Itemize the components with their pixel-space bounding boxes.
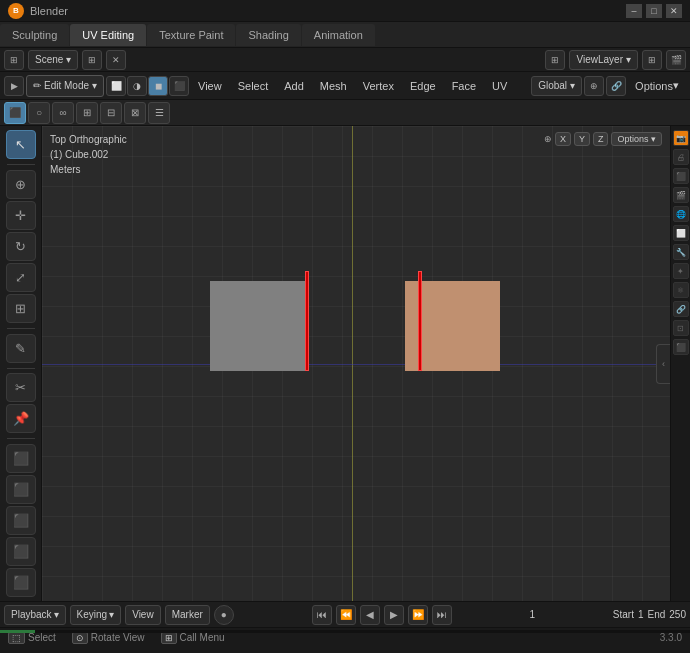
prop-view-layer[interactable]: ⬛ xyxy=(673,168,689,184)
transform-pivot-icon[interactable]: ⊕ xyxy=(584,76,604,96)
top-header: ⊞ Scene ▾ ⊞ ✕ ⊞ ViewLayer ▾ ⊞ 🎬 xyxy=(0,48,690,72)
tab-shading[interactable]: Shading xyxy=(236,24,300,46)
scene-selector[interactable]: Scene ▾ xyxy=(28,50,78,70)
tool-rotate[interactable]: ↻ xyxy=(6,232,36,261)
viewlayer-icon-btn[interactable]: ⊞ xyxy=(545,50,565,70)
tab-texture-paint[interactable]: Texture Paint xyxy=(147,24,235,46)
select-circle-tool[interactable]: ○ xyxy=(28,102,50,124)
menu-view[interactable]: View xyxy=(191,75,229,97)
tool-uv-rip[interactable]: ✂ xyxy=(6,373,36,402)
prop-data[interactable]: ⊡ xyxy=(673,320,689,336)
viewlayer-copy-icon[interactable]: ⊞ xyxy=(642,50,662,70)
tool-annotate[interactable]: ✎ xyxy=(6,334,36,363)
prop-physics[interactable]: ⚛ xyxy=(673,282,689,298)
tab-sculpting[interactable]: Sculpting xyxy=(0,24,69,46)
view-menu[interactable]: View xyxy=(125,605,161,625)
jump-start-button[interactable]: ⏮ xyxy=(312,605,332,625)
select-lasso-tool[interactable]: ∞ xyxy=(52,102,74,124)
window-controls: – □ ✕ xyxy=(626,4,682,18)
tool-uv-pin[interactable]: 📌 xyxy=(6,404,36,433)
editor-type-icon[interactable]: ▶ xyxy=(4,76,24,96)
menu-select[interactable]: Select xyxy=(231,75,276,97)
tool-grab[interactable]: ⬛ xyxy=(6,506,36,535)
viewlayer-dropdown-icon: ▾ xyxy=(626,54,631,65)
transform-orientation[interactable]: Global ▾ xyxy=(531,76,582,96)
app-title: Blender xyxy=(30,5,68,17)
tool-cursor[interactable]: ⊕ xyxy=(6,170,36,199)
record-button[interactable]: ● xyxy=(214,605,234,625)
minimize-button[interactable]: – xyxy=(626,4,642,18)
options-btn[interactable]: Options ▾ xyxy=(628,75,686,97)
tab-uv-editing[interactable]: UV Editing xyxy=(70,24,146,46)
viewport-shading-2[interactable]: ◑ xyxy=(127,76,147,96)
step-forward-button[interactable]: ⏩ xyxy=(408,605,428,625)
menu-uv[interactable]: UV xyxy=(485,75,514,97)
menu-vertex[interactable]: Vertex xyxy=(356,75,401,97)
tool-transform[interactable]: ⊞ xyxy=(6,294,36,323)
marker-menu[interactable]: Marker xyxy=(165,605,210,625)
icon-5[interactable]: ⊟ xyxy=(100,102,122,124)
viewport[interactable]: Top Orthographic (1) Cube.002 Meters ⊕ X… xyxy=(42,126,670,601)
keying-dropdown[interactable]: Keying ▾ xyxy=(70,605,122,625)
options-dropdown[interactable]: Options ▾ xyxy=(611,132,662,146)
render-icon[interactable]: 🎬 xyxy=(666,50,686,70)
select-box-tool[interactable]: ⬛ xyxy=(4,102,26,124)
viewport-shading-3[interactable]: ◼ xyxy=(148,76,168,96)
step-back-button[interactable]: ⏪ xyxy=(336,605,356,625)
scene-icon-btn[interactable]: ⊞ xyxy=(4,50,24,70)
scene-close-icon[interactable]: ✕ xyxy=(106,50,126,70)
play-button[interactable]: ▶ xyxy=(384,605,404,625)
prop-constraints[interactable]: 🔗 xyxy=(673,301,689,317)
progress-bar xyxy=(0,630,690,633)
tool-scale[interactable]: ⤢ xyxy=(6,263,36,292)
icon-6[interactable]: ⊠ xyxy=(124,102,146,124)
call-menu-label: Call Menu xyxy=(180,632,225,643)
editor-icon-row: ⬜ ◑ ◼ ⬛ xyxy=(106,76,189,96)
selection-handle-right xyxy=(418,271,422,371)
keying-arrow: ▾ xyxy=(109,609,114,620)
menu-edge[interactable]: Edge xyxy=(403,75,443,97)
menu-add[interactable]: Add xyxy=(277,75,311,97)
close-button[interactable]: ✕ xyxy=(666,4,682,18)
axis-x-button[interactable]: X xyxy=(555,132,571,146)
play-back-button[interactable]: ◀ xyxy=(360,605,380,625)
menu-mesh[interactable]: Mesh xyxy=(313,75,354,97)
maximize-button[interactable]: □ xyxy=(646,4,662,18)
tool-move[interactable]: ✛ xyxy=(6,201,36,230)
prop-modifier[interactable]: 🔧 xyxy=(673,244,689,260)
prop-scene[interactable]: 🎬 xyxy=(673,187,689,203)
menu-face[interactable]: Face xyxy=(445,75,483,97)
prop-world[interactable]: 🌐 xyxy=(673,206,689,222)
left-toolbar: ↖ ⊕ ✛ ↻ ⤢ ⊞ ✎ ✂ 📌 ⬛ ⬛ ⬛ ⬛ ⬛ xyxy=(0,126,42,601)
units: Meters xyxy=(50,162,127,177)
icon-4[interactable]: ⊞ xyxy=(76,102,98,124)
tab-animation[interactable]: Animation xyxy=(302,24,375,46)
scene-copy-icon[interactable]: ⊞ xyxy=(82,50,102,70)
prop-particles[interactable]: ✦ xyxy=(673,263,689,279)
tool-smooth[interactable]: ⬛ xyxy=(6,475,36,504)
prop-object[interactable]: ⬜ xyxy=(673,225,689,241)
status-select: ⬚ Select xyxy=(8,632,56,644)
viewport-shading-1[interactable]: ⬜ xyxy=(106,76,126,96)
lt-sep-2 xyxy=(7,328,35,329)
prop-render[interactable]: 📷 xyxy=(673,130,689,146)
icon-7[interactable]: ☰ xyxy=(148,102,170,124)
tool-select[interactable]: ↖ xyxy=(6,130,36,159)
viewport-info: Top Orthographic (1) Cube.002 Meters xyxy=(50,132,127,177)
prop-output[interactable]: 🖨 xyxy=(673,149,689,165)
n-panel-toggle[interactable]: ‹ xyxy=(656,344,670,384)
viewlayer-selector[interactable]: ViewLayer ▾ xyxy=(569,50,638,70)
snapping-icon[interactable]: 🔗 xyxy=(606,76,626,96)
tool-relax[interactable]: ⬛ xyxy=(6,537,36,566)
tool-pinch[interactable]: ⬛ xyxy=(6,568,36,597)
tool-sculpt[interactable]: ⬛ xyxy=(6,444,36,473)
axis-y-button[interactable]: Y xyxy=(574,132,590,146)
prop-material[interactable]: ⬛ xyxy=(673,339,689,355)
editor-header: ▶ ✏ Edit Mode ▾ ⬜ ◑ ◼ ⬛ View Select Add … xyxy=(0,72,690,100)
mode-selector[interactable]: ✏ Edit Mode ▾ xyxy=(26,75,104,97)
viewport-canvas: Top Orthographic (1) Cube.002 Meters ⊕ X… xyxy=(42,126,670,601)
axis-z-button[interactable]: Z xyxy=(593,132,609,146)
playback-dropdown[interactable]: Playback ▾ xyxy=(4,605,66,625)
viewport-shading-4[interactable]: ⬛ xyxy=(169,76,189,96)
jump-end-button[interactable]: ⏭ xyxy=(432,605,452,625)
